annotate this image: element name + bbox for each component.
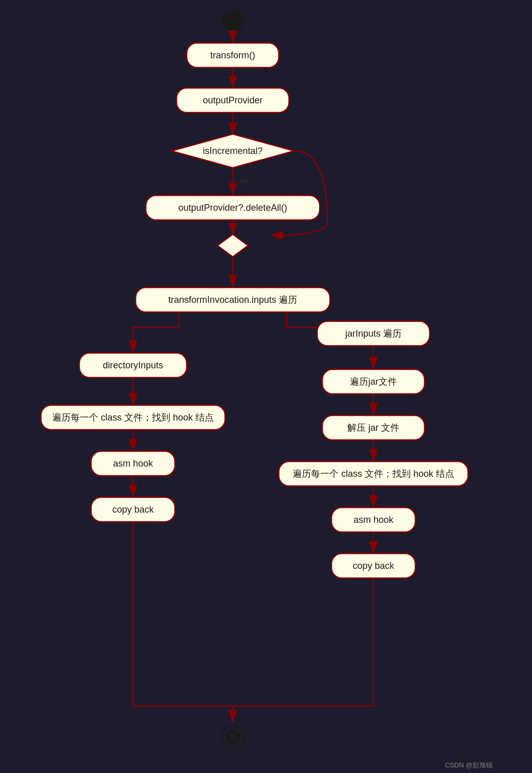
directory-inputs-label: directoryInputs xyxy=(103,360,163,370)
delete-all-label: outputProvider?.deleteAll() xyxy=(178,203,287,213)
copy-back-label-1: copy back xyxy=(112,504,154,515)
copy-back-label-2: copy back xyxy=(352,561,394,571)
no-label: no xyxy=(239,176,248,185)
diagram-container: transform() outputProvider isIncremental… xyxy=(0,0,532,773)
asm-hook-label-2: asm hook xyxy=(353,515,394,525)
output-provider-label: outputProvider xyxy=(203,95,262,105)
svg-rect-2 xyxy=(0,0,532,773)
asm-hook-label-1: asm hook xyxy=(113,458,153,469)
jar-inputs-label: jarInputs 遍历 xyxy=(345,328,402,339)
end-center xyxy=(230,734,236,740)
transform-label: transform() xyxy=(210,50,255,60)
is-incremental-label: isIncremental? xyxy=(203,146,262,156)
unzip-jar-label: 解压 jar 文件 xyxy=(347,423,400,433)
traverse-inputs-label: transformInvocation.inputs 遍历 xyxy=(168,295,297,305)
traverse-jar-label: 遍历jar文件 xyxy=(350,377,397,387)
start-node xyxy=(221,9,244,32)
traverse-class-label-right: 遍历每一个 class 文件；找到 hook 结点 xyxy=(293,469,454,479)
traverse-class-label-left: 遍历每一个 class 文件；找到 hook 结点 xyxy=(52,412,214,423)
watermark: CSDN @彭旭锐 xyxy=(445,761,493,769)
